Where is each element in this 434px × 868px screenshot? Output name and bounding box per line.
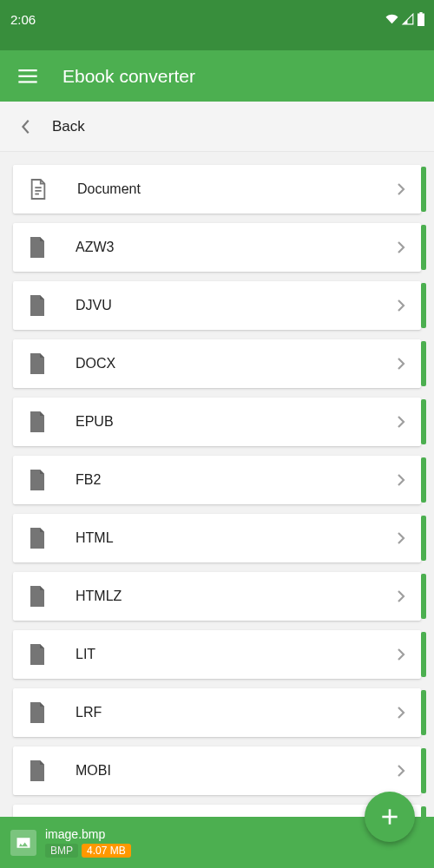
status-time: 2:06 xyxy=(10,12,36,27)
list-item[interactable]: DJVU xyxy=(13,281,421,330)
app-title: Ebook converter xyxy=(62,66,195,87)
chevron-right-icon xyxy=(397,357,405,371)
file-icon xyxy=(29,295,46,316)
list-item[interactable]: FB2 xyxy=(13,456,421,504)
list-item-label: Document xyxy=(77,181,141,197)
file-icon xyxy=(29,237,46,258)
status-icons xyxy=(385,12,425,26)
document-icon xyxy=(29,178,48,201)
svg-rect-2 xyxy=(18,81,36,82)
list-item[interactable]: AZW3 xyxy=(13,223,421,272)
chevron-right-icon xyxy=(397,299,405,312)
list-item[interactable]: HTMLZ xyxy=(13,572,421,621)
battery-icon xyxy=(417,12,425,26)
accent-edge xyxy=(421,574,426,619)
accent-edge xyxy=(421,341,426,386)
svg-rect-0 xyxy=(18,69,36,71)
status-bar: 2:06 xyxy=(0,0,434,50)
list-item-label: FB2 xyxy=(76,472,101,488)
list-item[interactable]: HTML xyxy=(13,514,421,562)
chevron-right-icon xyxy=(397,415,405,429)
file-icon xyxy=(29,644,46,665)
list-item[interactable]: MOBI xyxy=(13,746,421,795)
file-icon xyxy=(29,702,46,723)
list-item[interactable]: LIT xyxy=(13,630,421,679)
file-icon xyxy=(29,586,46,607)
list-item-label: DJVU xyxy=(76,298,112,313)
accent-edge xyxy=(421,632,426,677)
accent-edge xyxy=(421,225,426,270)
back-button[interactable]: Back xyxy=(0,102,434,152)
list-item-label: HTMLZ xyxy=(76,589,122,604)
file-icon xyxy=(29,411,46,432)
snackbar-filename: image.bmp xyxy=(45,827,131,842)
accent-edge xyxy=(421,690,426,735)
plus-icon xyxy=(378,806,401,828)
accent-edge xyxy=(421,516,426,561)
chevron-right-icon xyxy=(397,240,405,254)
format-list: Document AZW3 DJVU DOCX EPUB xyxy=(0,152,434,868)
chevron-right-icon xyxy=(397,182,405,196)
signal-icon xyxy=(401,13,415,25)
snackbar-texts: image.bmp BMP 4.07 MB xyxy=(45,827,131,858)
list-item[interactable]: DOCX xyxy=(13,339,421,388)
list-item-label: MOBI xyxy=(76,763,111,779)
chevron-right-icon xyxy=(397,648,405,661)
hamburger-icon xyxy=(18,69,37,83)
svg-rect-1 xyxy=(18,75,36,76)
list-item-label: HTML xyxy=(76,530,114,546)
file-icon xyxy=(29,528,46,549)
list-item[interactable]: LRF xyxy=(13,688,421,737)
list-item-label: DOCX xyxy=(76,356,115,372)
wifi-icon xyxy=(385,13,399,25)
file-size-badge: 4.07 MB xyxy=(82,844,131,858)
list-item-label: EPUB xyxy=(76,414,114,430)
chevron-right-icon xyxy=(397,531,405,545)
file-type-badge: BMP xyxy=(45,844,78,858)
file-icon xyxy=(29,760,46,781)
file-icon xyxy=(29,470,46,490)
accent-edge xyxy=(421,748,426,793)
menu-button[interactable] xyxy=(16,64,40,89)
list-item-label: LIT xyxy=(76,647,95,662)
list-item-label: LRF xyxy=(76,705,102,720)
chevron-left-icon xyxy=(21,119,31,135)
add-fab[interactable] xyxy=(365,792,415,842)
accent-edge xyxy=(421,399,426,444)
chevron-right-icon xyxy=(397,589,405,603)
chevron-right-icon xyxy=(397,764,405,778)
accent-edge xyxy=(421,283,426,328)
app-bar: Ebook converter xyxy=(0,50,434,102)
chevron-right-icon xyxy=(397,706,405,720)
list-item-label: AZW3 xyxy=(76,240,114,255)
accent-edge xyxy=(421,457,426,503)
accent-edge xyxy=(421,167,426,212)
image-thumbnail-icon xyxy=(10,830,36,856)
list-item[interactable]: EPUB xyxy=(13,398,421,446)
file-icon xyxy=(29,353,46,374)
back-label: Back xyxy=(52,118,85,135)
list-item[interactable]: Document xyxy=(13,165,421,214)
chevron-right-icon xyxy=(397,473,405,487)
